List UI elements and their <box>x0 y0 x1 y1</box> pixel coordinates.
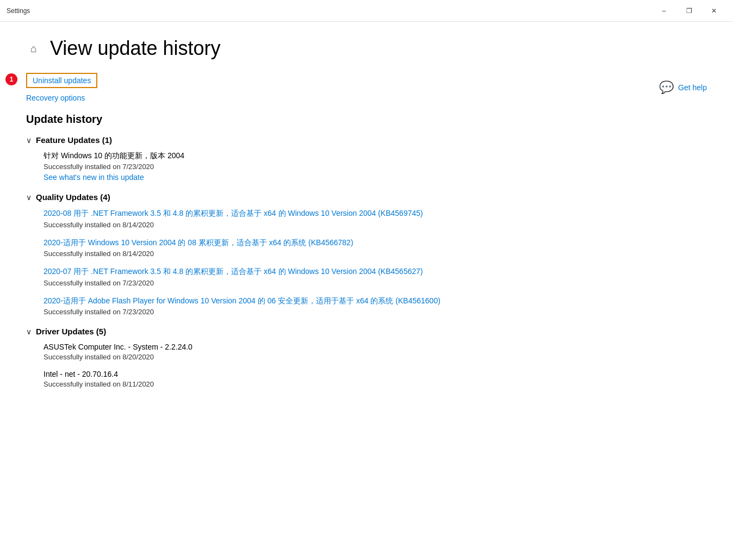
section-header-quality[interactable]: ∨Quality Updates (4) <box>26 192 707 202</box>
update-item-feature-0: 针对 Windows 10 的功能更新，版本 2004Successfully … <box>44 151 707 182</box>
update-item-status-quality-3: Successfully installed on 7/23/2020 <box>44 308 707 316</box>
update-item-link-quality-3[interactable]: 2020-适用于 Adobe Flash Player for Windows … <box>44 296 707 307</box>
update-item-driver-0: ASUSTek Computer Inc. - System - 2.2.24.… <box>44 343 707 361</box>
update-item-name-driver-0: ASUSTek Computer Inc. - System - 2.2.24.… <box>44 343 707 351</box>
content-area: 1 ⌂ View update history Uninstall update… <box>0 22 733 414</box>
chevron-icon-feature: ∨ <box>26 136 32 145</box>
extra-link-feature-0[interactable]: See what's new in this update <box>44 173 707 182</box>
minimize-button[interactable]: – <box>651 0 676 22</box>
update-item-link-quality-1[interactable]: 2020-适用于 Windows 10 Version 2004 的 08 累积… <box>44 238 707 248</box>
section-header-driver[interactable]: ∨Driver Updates (5) <box>26 327 707 336</box>
badge-container: 1 <box>5 73 17 85</box>
update-item-name-feature-0: 针对 Windows 10 的功能更新，版本 2004 <box>44 151 707 161</box>
maximize-button[interactable]: ❐ <box>676 0 701 22</box>
titlebar-title: Settings <box>7 7 30 15</box>
section-quality: ∨Quality Updates (4)2020-08 用于 .NET Fram… <box>26 192 707 316</box>
page-header: ⌂ View update history <box>26 37 707 60</box>
section-header-feature[interactable]: ∨Feature Updates (1) <box>26 135 707 145</box>
update-item-status-quality-2: Successfully installed on 7/23/2020 <box>44 279 707 287</box>
links-row: Uninstall updates Recovery options 💬 Get… <box>26 73 707 102</box>
update-history-title: Update history <box>26 113 707 126</box>
update-item-link-quality-0[interactable]: 2020-08 用于 .NET Framework 3.5 和 4.8 的累积更… <box>44 208 707 219</box>
chevron-icon-quality: ∨ <box>26 193 32 202</box>
sections-container: ∨Feature Updates (1)针对 Windows 10 的功能更新，… <box>26 135 707 388</box>
section-feature: ∨Feature Updates (1)针对 Windows 10 的功能更新，… <box>26 135 707 182</box>
close-button[interactable]: ✕ <box>701 0 726 22</box>
get-help-link[interactable]: Get help <box>678 83 707 92</box>
update-item-link-quality-2[interactable]: 2020-07 用于 .NET Framework 3.5 和 4.8 的累积更… <box>44 266 707 277</box>
update-item-status-quality-0: Successfully installed on 8/14/2020 <box>44 221 707 229</box>
titlebar-controls: – ❐ ✕ <box>651 0 726 22</box>
recovery-options-link[interactable]: Recovery options <box>26 94 97 102</box>
update-item-quality-0: 2020-08 用于 .NET Framework 3.5 和 4.8 的累积更… <box>44 208 707 229</box>
get-help-icon: 💬 <box>659 80 674 95</box>
home-icon[interactable]: ⌂ <box>26 41 41 56</box>
update-item-quality-1: 2020-适用于 Windows 10 Version 2004 的 08 累积… <box>44 238 707 258</box>
page-title: View update history <box>50 37 221 60</box>
get-help-container: 💬 Get help <box>659 80 707 95</box>
section-title-quality: Quality Updates (4) <box>36 192 110 202</box>
section-title-driver: Driver Updates (5) <box>36 327 106 336</box>
titlebar: Settings – ❐ ✕ <box>0 0 733 22</box>
section-driver: ∨Driver Updates (5)ASUSTek Computer Inc.… <box>26 327 707 388</box>
update-item-status-driver-0: Successfully installed on 8/20/2020 <box>44 353 707 361</box>
notification-badge: 1 <box>5 73 17 85</box>
update-item-quality-3: 2020-适用于 Adobe Flash Player for Windows … <box>44 296 707 316</box>
update-item-status-feature-0: Successfully installed on 7/23/2020 <box>44 163 707 171</box>
update-item-status-driver-1: Successfully installed on 8/11/2020 <box>44 380 707 388</box>
uninstall-updates-link[interactable]: Uninstall updates <box>26 73 97 88</box>
update-item-quality-2: 2020-07 用于 .NET Framework 3.5 和 4.8 的累积更… <box>44 266 707 287</box>
update-item-status-quality-1: Successfully installed on 8/14/2020 <box>44 250 707 258</box>
update-item-name-driver-1: Intel - net - 20.70.16.4 <box>44 370 707 378</box>
titlebar-left: Settings <box>7 7 30 15</box>
links-left: Uninstall updates Recovery options <box>26 73 97 102</box>
chevron-icon-driver: ∨ <box>26 327 32 336</box>
section-title-feature: Feature Updates (1) <box>36 135 112 145</box>
update-item-driver-1: Intel - net - 20.70.16.4Successfully ins… <box>44 370 707 388</box>
